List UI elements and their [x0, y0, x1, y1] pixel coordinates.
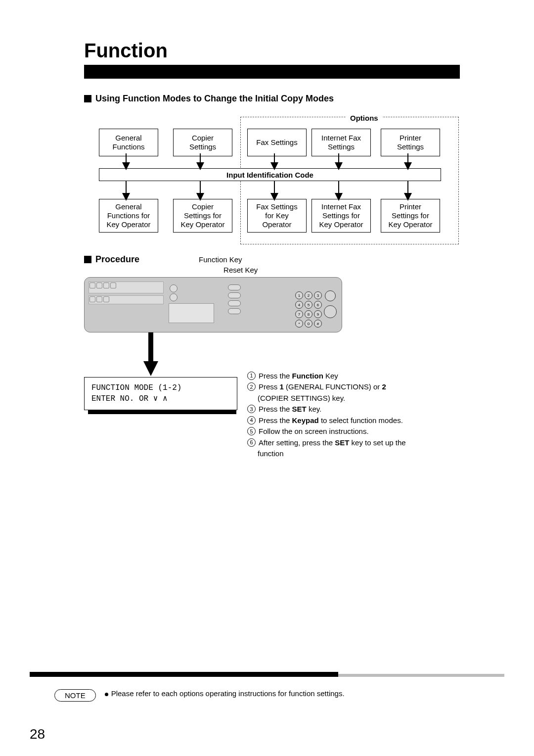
key-7: 7: [295, 310, 303, 318]
step-4: 4 Press the Keypad to select function mo…: [247, 415, 450, 426]
subheading-text: Using Function Modes to Change the Initi…: [95, 94, 334, 104]
page-number: 28: [30, 726, 45, 742]
step-number: 5: [247, 427, 256, 435]
step-number: 6: [247, 438, 256, 447]
key-4: 4: [295, 301, 303, 309]
keypad: 1 2 3 4 5 6 7 8 9 * 0 #: [295, 291, 322, 328]
note-block: NOTE Please refer to each options operat…: [54, 689, 499, 702]
step-3: 3 Press the SET key.: [247, 404, 450, 415]
function-key-label: Function Key: [199, 254, 258, 265]
procedure-label: Procedure: [95, 254, 139, 265]
control-panel-illustration: 1 2 3 4 5 6 7 8 9 * 0 #: [84, 277, 342, 332]
display-line1: FUNCTION MODE (1-2): [91, 382, 230, 393]
bullet-square-icon: [84, 256, 91, 263]
key-6: 6: [314, 301, 322, 309]
note-text: Please refer to each options operating i…: [111, 689, 345, 698]
reset-key-label: Reset Key: [223, 265, 258, 275]
key-1: 1: [295, 291, 303, 299]
step-2-cont: (COPIER SETTINGS) key.: [247, 393, 450, 404]
step-number: 4: [247, 416, 256, 425]
step-number: 3: [247, 405, 256, 413]
flow-arrow: [84, 114, 465, 247]
step-6-cont: function: [247, 448, 450, 460]
key-0: 0: [305, 320, 312, 328]
step-number: 2: [247, 382, 256, 391]
procedure-steps: 1 Press the Function Key 2 Press 1 (GENE…: [247, 371, 450, 460]
lcd-display: FUNCTION MODE (1-2) ENTER NO. OR ∨ ∧: [84, 377, 237, 410]
start-key: [324, 305, 337, 318]
flowchart: Options GeneralFunctions CopierSettings …: [84, 114, 465, 247]
step-5: 5 Follow the on screen instructions.: [247, 426, 450, 437]
footer-rule: [30, 672, 504, 677]
key-5: 5: [305, 301, 312, 309]
key-8: 8: [305, 310, 312, 318]
stop-key: [325, 290, 336, 301]
note-label: NOTE: [54, 689, 96, 702]
key-hash: #: [314, 320, 322, 328]
bullet-square-icon: [84, 95, 91, 102]
step-number: 1: [247, 372, 256, 380]
down-arrow-icon: [143, 331, 158, 376]
procedure-heading: Procedure: [84, 254, 139, 265]
step-2: 2 Press 1 (GENERAL FUNCTIONS) or 2: [247, 381, 450, 393]
title-bar: [84, 65, 460, 79]
step-6: 6 After setting, press the SET key to se…: [247, 437, 450, 449]
bullet-icon: [105, 693, 108, 696]
subheading: Using Function Modes to Change the Initi…: [84, 94, 504, 104]
display-line2: ENTER NO. OR ∨ ∧: [91, 393, 230, 404]
key-2: 2: [305, 291, 312, 299]
key-9: 9: [314, 310, 322, 318]
page-title: Function: [84, 40, 504, 62]
step-1: 1 Press the Function Key: [247, 371, 450, 382]
key-3: 3: [314, 291, 322, 299]
key-star: *: [295, 320, 303, 328]
